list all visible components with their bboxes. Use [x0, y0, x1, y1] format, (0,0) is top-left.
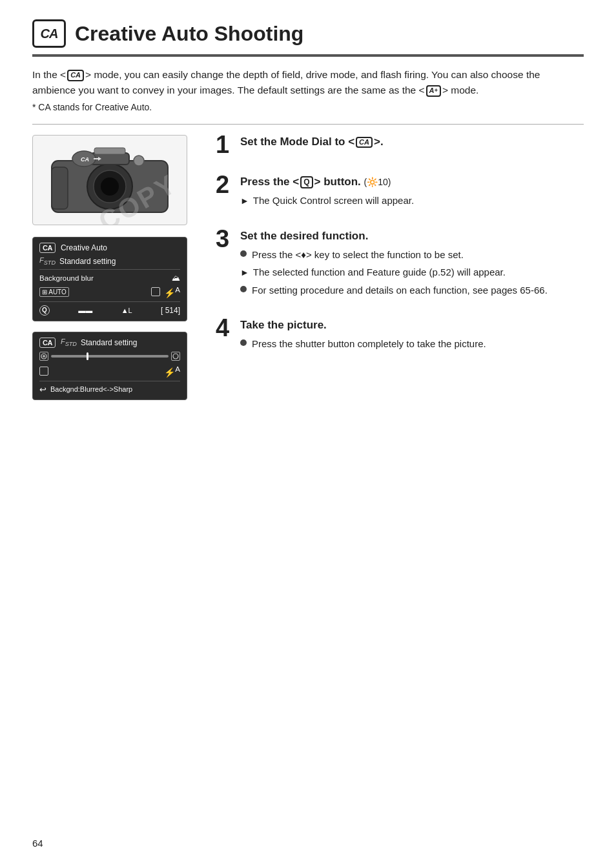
ca-note: * CA stands for Creative Auto. — [32, 102, 584, 112]
lcd2-icons-row: ⚡A — [39, 365, 180, 378]
step-2-content: Press the <Q> button. (🔆10) ► The Quick … — [240, 175, 584, 211]
lcd2-back-row: ↩ Backgnd:Blurred<->Sharp — [39, 385, 180, 394]
step-1: 1 Set the Mode Dial to <CA>. — [216, 135, 584, 157]
step-3-bullet-1-text: Press the <♦> key to select the function… — [252, 247, 464, 262]
page-title-row: CA Creative Auto Shooting — [32, 19, 584, 57]
lcd1-blur-bar: ⊞ AUTO ⚡A — [39, 285, 180, 298]
lcd1-setting-row: FSTD Standard setting — [39, 256, 180, 266]
step-3-bullet-1: Press the <♦> key to select the function… — [240, 247, 584, 262]
arrow-icon-1: ► — [240, 194, 249, 208]
lcd2-fstd-icon: FSTD — [61, 338, 77, 347]
step-2-body: ► The Quick Control screen will appear. — [240, 193, 584, 208]
lcd2-title-row: CA FSTD Standard setting — [39, 338, 180, 348]
lcd1-status-row: Q ▬▬ ▲L [ 514] — [39, 305, 180, 316]
slider-right-icon — [172, 353, 179, 359]
bullet-dot-1 — [240, 250, 247, 257]
lcd2-back-icon: ↩ — [39, 385, 46, 394]
camera-svg: CA — [45, 141, 174, 219]
lcd1-quality: ▲L — [121, 307, 132, 314]
step-4-bullet-1-text: Press the shutter button completely to t… — [252, 336, 486, 351]
lcd2-square-icon — [39, 367, 48, 376]
content-area: COPY CA — [32, 135, 584, 400]
lcd1-flash-icon: ⚡A — [164, 285, 180, 298]
lcd2-back-label: Backgnd:Blurred<->Sharp — [50, 385, 132, 393]
lcd2-divider — [39, 381, 180, 381]
step-4-number: 4 — [216, 316, 240, 340]
lcd1-q-icon: Q — [39, 305, 50, 316]
lcd1-divider — [39, 269, 180, 270]
step-3-bullet-2: ► The selected function and Feature guid… — [240, 265, 584, 280]
svg-text:CA: CA — [81, 156, 89, 163]
step-1-content: Set the Mode Dial to <CA>. — [240, 135, 584, 153]
svg-rect-10 — [94, 148, 125, 154]
page-number: 64 — [32, 838, 43, 849]
lcd-panel-1: CA Creative Auto FSTD Standard setting B… — [32, 237, 187, 321]
lcd-panel-2: CA FSTD Standard setting ⚡A — [32, 332, 187, 400]
left-column: COPY CA — [32, 135, 200, 400]
bullet-dot-3 — [240, 339, 247, 346]
step-3-number: 3 — [216, 227, 240, 251]
step-4-bullet-1: Press the shutter button completely to t… — [240, 336, 584, 351]
lcd1-blur-icon: ⛰ — [172, 273, 180, 283]
step-3-content: Set the desired function. Press the <♦> … — [240, 229, 584, 300]
slider-left-icon — [41, 353, 47, 359]
step-2: 2 Press the <Q> button. (🔆10) ► The Quic… — [216, 175, 584, 211]
step-4-content: Take the picture. Press the shutter butt… — [240, 318, 584, 354]
step2-q-icon: Q — [300, 176, 313, 189]
svg-point-3 — [101, 177, 119, 196]
lcd2-standard-setting: Standard setting — [81, 338, 137, 347]
lcd1-drive-auto: ⊞ AUTO — [39, 287, 69, 297]
lcd2-slider-thumb — [87, 352, 88, 360]
camera-diagram: COPY CA — [32, 135, 187, 225]
lcd1-ca-badge: CA — [39, 243, 56, 253]
step-2-title: Press the <Q> button. (🔆10) — [240, 175, 584, 189]
ca-badge-icon: CA — [32, 19, 66, 48]
section-divider — [32, 124, 584, 125]
step-3-bullet-3-text: For setting procedure and details on eac… — [252, 283, 548, 298]
step-2-bullet-1-text: The Quick Control screen will appear. — [253, 193, 414, 208]
arrow-icon-2: ► — [240, 266, 249, 280]
lcd1-blur-row: Background blur ⛰ — [39, 273, 180, 283]
lcd1-title-row: CA Creative Auto — [39, 243, 180, 253]
bullet-dot-2 — [240, 286, 247, 292]
step-4: 4 Take the picture. Press the shutter bu… — [216, 318, 584, 354]
svg-point-14 — [173, 354, 178, 359]
step-1-number: 1 — [216, 132, 240, 157]
step-2-number: 2 — [216, 172, 240, 197]
lcd1-icons-right: ⚡A — [151, 285, 180, 298]
lcd2-slider-right — [171, 352, 180, 361]
lcd1-standard-setting: Standard setting — [59, 257, 116, 266]
svg-point-5 — [134, 156, 144, 166]
ca-mode-inline: CA — [67, 70, 84, 81]
step-4-title: Take the picture. — [240, 318, 584, 332]
step-3-bullet-2-text: The selected function and Feature guide … — [253, 265, 506, 279]
lcd1-square-icon — [151, 287, 160, 296]
intro-paragraph: In the <CA> mode, you can easily change … — [32, 67, 584, 98]
lcd1-bg-blur-label: Background blur — [39, 274, 94, 282]
lcd1-shot-count: [ 514] — [161, 306, 180, 315]
step1-ca-icon: CA — [356, 137, 373, 148]
right-column: 1 Set the Mode Dial to <CA>. 2 Press the… — [216, 135, 584, 400]
lcd2-slider-track — [51, 355, 169, 358]
step-3: 3 Set the desired function. Press the <♦… — [216, 229, 584, 300]
step-4-body: Press the shutter button completely to t… — [240, 336, 584, 351]
lcd2-flash-icon: ⚡A — [164, 365, 180, 378]
lcd1-bottom-divider — [39, 301, 180, 302]
lcd1-fstd-icon: FSTD — [39, 256, 56, 266]
step-3-body: Press the <♦> key to select the function… — [240, 247, 584, 298]
step-2-bullet-1: ► The Quick Control screen will appear. — [240, 193, 584, 208]
a-plus-mode-inline: A+ — [426, 85, 441, 96]
lcd2-slider-left — [39, 352, 48, 361]
lcd1-creative-auto: Creative Auto — [61, 243, 107, 252]
step-3-title: Set the desired function. — [240, 229, 584, 243]
page-title: Creative Auto Shooting — [75, 22, 303, 46]
lcd2-ca-badge: CA — [39, 338, 56, 348]
lcd1-battery-bar: ▬▬ — [78, 307, 92, 314]
step-3-bullet-3: For setting procedure and details on eac… — [240, 283, 584, 298]
lcd2-blur-slider — [39, 352, 180, 361]
step-1-title: Set the Mode Dial to <CA>. — [240, 135, 584, 149]
svg-point-13 — [43, 355, 45, 358]
svg-rect-11 — [52, 167, 68, 209]
